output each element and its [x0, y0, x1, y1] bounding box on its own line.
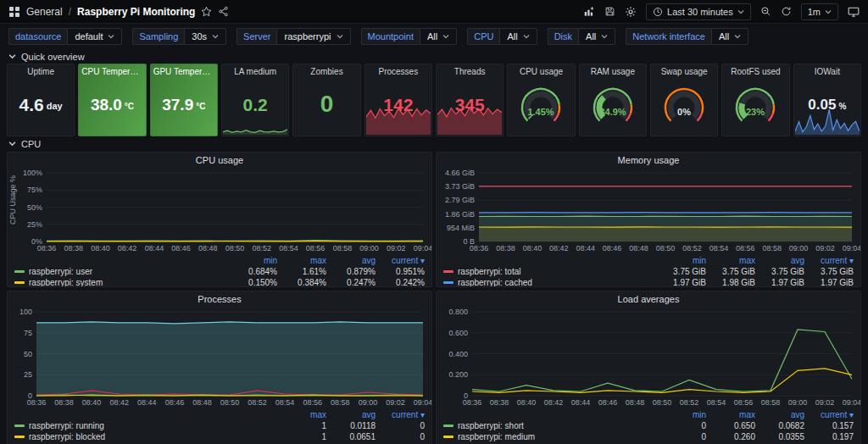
- legend-header-current[interactable]: current ▾: [804, 410, 854, 419]
- legend-stat: 1: [277, 421, 326, 430]
- variable-value-dropdown[interactable]: default: [67, 28, 122, 45]
- kiosk-mode-icon[interactable]: [848, 6, 860, 18]
- legend: minmaxavgcurrent ▾raspberrypi: user0.684…: [8, 253, 431, 287]
- legend-header-avg[interactable]: avg: [755, 410, 804, 419]
- variable-value-dropdown[interactable]: raspberrypi: [276, 28, 350, 45]
- variable-value-dropdown[interactable]: All: [578, 28, 615, 45]
- svg-text:09:04: 09:04: [414, 244, 431, 253]
- legend-row: raspberrypi: total3.75 GiB3.75 GiB3.75 G…: [443, 266, 854, 277]
- svg-text:0.600: 0.600: [448, 329, 468, 337]
- stat-number: 345: [455, 96, 485, 114]
- legend-series-name[interactable]: raspberrypi: cached: [443, 278, 657, 287]
- stat-value: 0%: [651, 76, 717, 136]
- variable-value-dropdown[interactable]: All: [499, 28, 537, 45]
- stat-panel-title[interactable]: Zombies: [293, 64, 359, 78]
- refresh-icon[interactable]: [781, 6, 792, 17]
- zoom-out-icon[interactable]: [760, 6, 771, 17]
- svg-text:08:54: 08:54: [275, 398, 295, 407]
- row-header-quick-overview[interactable]: Quick overview: [0, 49, 868, 64]
- svg-text:09:02: 09:02: [387, 244, 406, 253]
- stat-panel-title[interactable]: RAM usage: [580, 64, 646, 78]
- stat-panel-title[interactable]: Swap usage: [651, 64, 717, 78]
- stat-panel-title[interactable]: IOWait: [794, 64, 860, 78]
- time-series-graph[interactable]: 4.66 GiB3.73 GiB2.79 GiB1.86 GiB954 MiB0…: [437, 168, 860, 253]
- stat-value: 37.9°C: [151, 76, 217, 136]
- stat-panel-title[interactable]: Uptime: [8, 64, 74, 78]
- legend-row: raspberrypi: running10.01180: [14, 420, 425, 431]
- stat-panel-title[interactable]: GPU Temperat...: [151, 64, 217, 78]
- svg-text:08:44: 08:44: [145, 244, 164, 253]
- refresh-interval-dropdown[interactable]: 1m: [801, 3, 838, 20]
- chart-plot-area[interactable]: CPU Usage %100%75%50%25%0%08:3608:3808:4…: [8, 168, 431, 253]
- stat-number: 37.9: [162, 97, 193, 113]
- stat-panel-title[interactable]: Processes: [365, 64, 431, 78]
- legend-header-avg[interactable]: avg: [326, 410, 376, 419]
- legend-stat: 0.684%: [228, 267, 277, 276]
- legend-row: raspberrypi: cached1.97 GiB1.98 GiB1.97 …: [443, 277, 854, 287]
- variable-label: Network interface: [626, 28, 711, 45]
- legend-header-max[interactable]: max: [277, 256, 326, 265]
- chart-plot-area[interactable]: 4.66 GiB3.73 GiB2.79 GiB1.86 GiB954 MiB0…: [437, 168, 860, 253]
- legend-header-max[interactable]: max: [706, 410, 755, 419]
- legend-header-current[interactable]: current ▾: [804, 256, 854, 265]
- legend-header-avg[interactable]: avg: [755, 256, 804, 265]
- stat-panel-title[interactable]: CPU Temperat...: [79, 64, 145, 78]
- variable-value-dropdown[interactable]: 30s: [184, 28, 226, 45]
- svg-text:08:46: 08:46: [603, 244, 622, 253]
- add-panel-icon[interactable]: [583, 6, 595, 18]
- chart-panel-title[interactable]: Memory usage: [437, 153, 860, 168]
- legend-header-avg[interactable]: avg: [326, 256, 376, 265]
- stat-panel-title[interactable]: LA medium: [222, 64, 288, 78]
- series-color-dash: [443, 425, 453, 427]
- stat-panel-rootfs-used: RootFS used23%: [721, 64, 789, 136]
- star-icon[interactable]: [201, 6, 212, 17]
- legend-header-max[interactable]: max: [277, 410, 326, 419]
- legend-series-name[interactable]: raspberrypi: user: [14, 267, 228, 276]
- legend-header-current[interactable]: current ▾: [376, 256, 425, 265]
- legend-series-name[interactable]: raspberrypi: running: [14, 421, 277, 430]
- legend-series-name[interactable]: raspberrypi: total: [443, 267, 657, 276]
- chart-panel-title[interactable]: Load averages: [437, 291, 860, 307]
- svg-text:0.400: 0.400: [448, 350, 468, 358]
- apps-grid-icon[interactable]: [8, 6, 20, 18]
- svg-text:08:52: 08:52: [680, 398, 699, 407]
- svg-text:08:58: 08:58: [331, 398, 350, 407]
- time-series-graph[interactable]: 100755025008:3608:3808:4008:4208:4408:46…: [8, 307, 431, 407]
- svg-text:50%: 50%: [27, 203, 42, 212]
- row-title: CPU: [21, 139, 41, 149]
- legend-header-min[interactable]: min: [228, 256, 277, 265]
- chart-panel-title[interactable]: Processes: [8, 291, 431, 307]
- stat-panel-title[interactable]: CPU usage: [508, 64, 574, 78]
- svg-text:08:40: 08:40: [517, 398, 537, 407]
- legend-header-min[interactable]: min: [657, 256, 706, 265]
- legend-series-name[interactable]: raspberrypi: system: [14, 278, 228, 287]
- share-icon[interactable]: [218, 6, 229, 17]
- legend-series-name[interactable]: raspberrypi: medium: [443, 432, 657, 441]
- stat-panel-title[interactable]: Threads: [437, 64, 503, 78]
- variable-value-dropdown[interactable]: All: [420, 28, 457, 45]
- dashboard-settings-icon[interactable]: [625, 6, 637, 18]
- time-range-picker[interactable]: Last 30 minutes: [646, 3, 751, 20]
- svg-text:0.200: 0.200: [448, 370, 468, 379]
- time-series-graph[interactable]: 0.8000.6000.4000.200008:3608:3808:4008:4…: [437, 307, 860, 407]
- svg-text:08:48: 08:48: [192, 398, 212, 407]
- chevron-down-icon: [601, 33, 608, 40]
- breadcrumb-title[interactable]: Raspberry Pi Monitoring: [77, 6, 195, 18]
- time-series-graph[interactable]: 100%75%50%25%0%08:3608:3808:4008:4208:44…: [8, 168, 431, 253]
- breadcrumb-section[interactable]: General: [26, 6, 63, 18]
- variable-value-dropdown[interactable]: All: [711, 28, 748, 45]
- row-header-cpu[interactable]: CPU: [0, 136, 868, 151]
- stat-value: 34.9%: [580, 76, 646, 136]
- chart-plot-area[interactable]: 100755025008:3608:3808:4008:4208:4408:46…: [8, 307, 431, 407]
- series-color-dash: [14, 281, 25, 284]
- svg-text:08:56: 08:56: [306, 244, 326, 253]
- legend-header-current[interactable]: current ▾: [376, 410, 425, 419]
- chart-plot-area[interactable]: 0.8000.6000.4000.200008:3608:3808:4008:4…: [437, 307, 860, 407]
- save-dashboard-icon[interactable]: [604, 6, 615, 17]
- legend-series-name[interactable]: raspberrypi: short: [443, 421, 657, 430]
- chart-panel-title[interactable]: CPU usage: [8, 153, 431, 168]
- stat-panel-title[interactable]: RootFS used: [722, 64, 788, 78]
- legend-series-name[interactable]: raspberrypi: blocked: [14, 432, 277, 441]
- legend-header-min[interactable]: min: [657, 410, 706, 419]
- legend-header-max[interactable]: max: [706, 256, 755, 265]
